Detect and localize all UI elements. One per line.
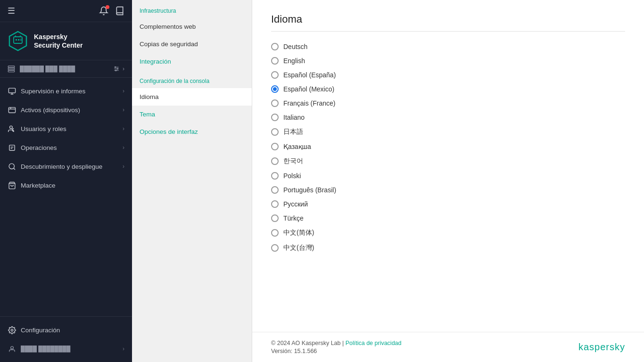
footer-version: Versión: 15.1.566 xyxy=(271,348,402,354)
sidebar-item-supervision[interactable]: Supervisión e informes › xyxy=(0,82,132,100)
language-option-ja[interactable]: 日本語 xyxy=(271,128,625,136)
menu-item-complementos[interactable]: Complementos web xyxy=(132,18,252,35)
svg-point-15 xyxy=(116,70,116,71)
radio-ja[interactable] xyxy=(271,128,279,136)
language-label-ja: 日本語 xyxy=(283,128,303,136)
notification-icon[interactable] xyxy=(99,6,108,16)
main-inner: Idioma DeutschEnglishEspañol (España)Esp… xyxy=(252,0,644,332)
radio-zh_cn[interactable] xyxy=(271,229,279,237)
kaspersky-logo-icon xyxy=(8,31,28,51)
svg-point-30 xyxy=(10,346,13,349)
svg-marker-0 xyxy=(9,32,26,50)
language-option-ko[interactable]: 한국어 xyxy=(271,157,625,165)
chevron-right-server[interactable]: › xyxy=(123,66,124,72)
menu-item-opciones[interactable]: Opciones de interfaz xyxy=(132,123,252,140)
svg-rect-8 xyxy=(8,68,14,70)
sidebar-item-assets[interactable]: Activos (dispositivos) › xyxy=(0,100,132,119)
language-option-en[interactable]: English xyxy=(271,57,625,65)
svg-rect-19 xyxy=(8,107,15,112)
radio-es_mx[interactable] xyxy=(271,85,279,93)
sidebar-item-operations[interactable]: Operaciones › xyxy=(0,138,132,157)
language-option-it[interactable]: Italiano xyxy=(271,114,625,121)
svg-point-22 xyxy=(9,126,12,129)
section-label-infra: Infraestructura xyxy=(132,8,252,18)
brand-area: Kaspersky Security Center xyxy=(0,22,132,60)
sidebar-item-label-supervision: Supervisión e informes xyxy=(21,88,85,95)
radio-ko[interactable] xyxy=(271,157,279,165)
server-name: ██████ ███ ████ xyxy=(20,66,75,72)
language-list: DeutschEnglishEspañol (España)Español (M… xyxy=(271,39,625,252)
page-title: Idioma xyxy=(271,13,625,32)
sidebar-item-label-assets: Activos (dispositivos) xyxy=(21,107,80,114)
radio-kk[interactable] xyxy=(271,143,279,150)
docs-icon[interactable] xyxy=(115,6,124,16)
radio-pt_br[interactable] xyxy=(271,186,279,194)
language-option-es_es[interactable]: Español (España) xyxy=(271,71,625,79)
language-option-fr[interactable]: Français (France) xyxy=(271,99,625,107)
language-label-ru: Русский xyxy=(283,200,308,208)
sidebar-item-users[interactable]: Usuarios y roles › xyxy=(0,119,132,138)
menu-item-tema[interactable]: Tema xyxy=(132,106,252,123)
radio-en[interactable] xyxy=(271,57,279,65)
privacy-link[interactable]: Política de privacidad xyxy=(346,340,402,346)
discovery-icon xyxy=(8,162,16,171)
radio-pl[interactable] xyxy=(271,172,279,180)
sidebar-item-label-users: Usuarios y roles xyxy=(21,125,66,132)
hamburger-icon[interactable]: ☰ xyxy=(8,6,15,16)
menu-item-integracion[interactable]: Integración xyxy=(132,53,252,70)
language-option-de[interactable]: Deutsch xyxy=(271,43,625,50)
sidebar-item-user[interactable]: ████ ████████ › xyxy=(0,339,132,358)
radio-de[interactable] xyxy=(271,43,279,50)
svg-rect-4 xyxy=(16,39,17,41)
language-option-es_mx[interactable]: Español (Mexico) xyxy=(271,85,625,93)
chevron-operations: › xyxy=(123,144,124,151)
svg-rect-16 xyxy=(8,88,15,93)
sidebar-header: ☰ xyxy=(0,0,132,22)
sidebar-bottom: Configuración ████ ████████ › xyxy=(0,316,132,362)
language-label-fr: Français (France) xyxy=(283,99,335,107)
sidebar-item-discovery[interactable]: Descubrimiento y despliegue › xyxy=(0,157,132,176)
radio-ru[interactable] xyxy=(271,200,279,208)
radio-it[interactable] xyxy=(271,114,279,121)
chevron-users: › xyxy=(123,125,124,132)
server-actions: › xyxy=(113,66,124,72)
settings-sliders-icon[interactable] xyxy=(113,66,120,72)
brand-name-text: Kaspersky Security Center xyxy=(34,33,83,49)
language-option-ru[interactable]: Русский xyxy=(271,200,625,208)
language-option-pl[interactable]: Polski xyxy=(271,172,625,180)
top-icons xyxy=(99,6,124,16)
svg-point-29 xyxy=(11,329,13,331)
radio-tr[interactable] xyxy=(271,214,279,222)
chevron-supervision: › xyxy=(123,88,124,94)
menu-item-idioma[interactable]: Idioma xyxy=(132,88,252,106)
language-option-zh_cn[interactable]: 中文(简体) xyxy=(271,229,625,237)
svg-rect-5 xyxy=(18,39,19,41)
server-icon xyxy=(8,65,15,73)
svg-line-27 xyxy=(13,168,15,169)
svg-rect-9 xyxy=(8,70,14,72)
sidebar: ☰ K xyxy=(0,0,132,362)
supervision-icon xyxy=(8,87,16,95)
sidebar-item-label-marketplace: Marketplace xyxy=(21,182,56,189)
server-info: ██████ ███ ████ xyxy=(8,65,75,73)
language-option-pt_br[interactable]: Português (Brasil) xyxy=(271,186,625,194)
middle-panel: Infraestructura Complementos web Copias … xyxy=(132,0,252,362)
nav-items: Supervisión e informes › Activos (dispos… xyxy=(0,78,132,316)
language-label-en: English xyxy=(283,57,305,65)
radio-zh_tw[interactable] xyxy=(271,244,279,252)
radio-es_es[interactable] xyxy=(271,71,279,79)
language-option-zh_tw[interactable]: 中文(台灣) xyxy=(271,244,625,252)
settings-label: Configuración xyxy=(21,327,60,334)
sidebar-item-marketplace[interactable]: Marketplace xyxy=(0,176,132,195)
svg-rect-7 xyxy=(8,66,14,67)
language-option-tr[interactable]: Türkçe xyxy=(271,214,625,222)
menu-item-copias[interactable]: Copias de seguridad xyxy=(132,35,252,53)
svg-rect-6 xyxy=(20,39,22,41)
language-label-tr: Türkçe xyxy=(283,214,304,222)
radio-fr[interactable] xyxy=(271,99,279,107)
sidebar-item-label-operations: Operaciones xyxy=(21,144,57,151)
sidebar-item-settings[interactable]: Configuración xyxy=(0,321,132,339)
section-label-consola: Configuración de la consola xyxy=(132,70,252,88)
language-option-kk[interactable]: Қазақша xyxy=(271,143,625,150)
language-label-zh_cn: 中文(简体) xyxy=(283,229,314,237)
